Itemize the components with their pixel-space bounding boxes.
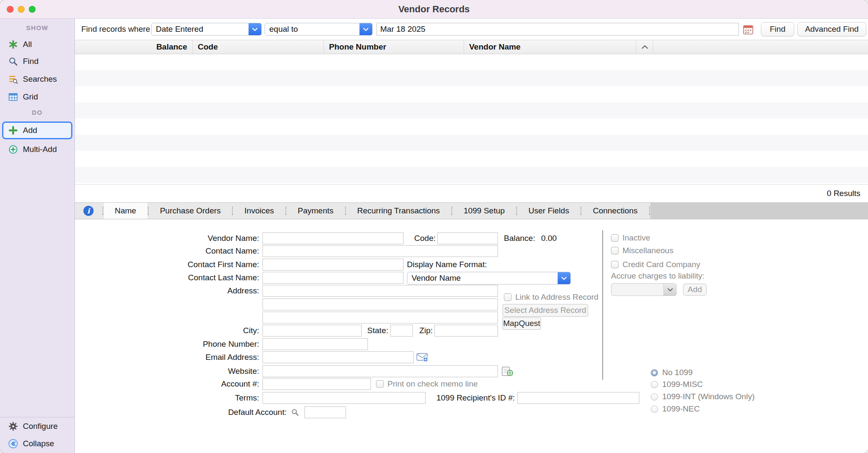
sidebar-item-all[interactable]: All xyxy=(2,36,72,52)
sort-ascending-icon[interactable] xyxy=(636,40,653,54)
tab-bar: i Name Purchase Orders Invoices Payments… xyxy=(75,202,868,219)
open-website-button[interactable] xyxy=(501,365,514,377)
radio-1099-misc-row: 1099-MISC xyxy=(651,380,703,389)
credit-card-company-checkbox[interactable] xyxy=(611,261,619,268)
account-number-input[interactable] xyxy=(263,378,371,390)
radio-1099-misc[interactable] xyxy=(651,381,658,388)
tab-label: 1099 Setup xyxy=(464,206,505,215)
calendar-icon xyxy=(743,24,754,35)
find-value-input[interactable] xyxy=(376,23,739,36)
find-field-select[interactable]: Date Entered xyxy=(151,23,262,36)
tab-separator xyxy=(649,207,650,215)
vendor-name-input[interactable] xyxy=(263,232,404,244)
sidebar-item-label: Find xyxy=(23,57,39,66)
city-input[interactable] xyxy=(263,325,362,337)
find-operator-select[interactable]: equal to xyxy=(265,23,373,36)
print-on-check-memo-label: Print on check memo line xyxy=(387,379,478,389)
results-table-header: Balance Code Phone Number Vendor Name xyxy=(75,40,868,54)
inactive-checkbox[interactable] xyxy=(611,234,619,242)
inactive-label: Inactive xyxy=(622,233,650,243)
tab-payments[interactable]: Payments xyxy=(287,203,344,219)
sidebar-item-label: All xyxy=(23,40,32,49)
results-row: 0 Results xyxy=(75,185,868,202)
select-address-record-button[interactable]: Select Address Record xyxy=(503,304,588,317)
credit-card-company-label: Credit Card Company xyxy=(622,260,700,269)
mapquest-button[interactable]: MapQuest xyxy=(502,317,541,330)
tab-bar-filler xyxy=(650,203,868,219)
date-picker-button[interactable] xyxy=(742,24,754,36)
chevron-down-icon xyxy=(249,23,261,35)
radio-1099-misc-label: 1099-MISC xyxy=(662,380,703,389)
tab-label: Purchase Orders xyxy=(160,206,221,215)
collapse-button[interactable]: Collapse xyxy=(2,436,72,452)
sidebar-item-label: Collapse xyxy=(23,439,54,448)
address-line-3-input[interactable] xyxy=(263,312,498,323)
account-number-label: Account #: xyxy=(132,378,259,390)
code-input[interactable] xyxy=(437,232,498,244)
sidebar: SHOW All Find Searches Grid DO xyxy=(0,19,75,453)
sidebar-item-grid[interactable]: Grid xyxy=(2,89,72,105)
terms-input[interactable] xyxy=(263,392,426,404)
tab-label: Recurring Transactions xyxy=(357,206,440,215)
advanced-find-button[interactable]: Advanced Find xyxy=(797,22,866,36)
find-bar: Find records where Date Entered equal to… xyxy=(75,19,868,40)
tab-name[interactable]: Name xyxy=(104,203,147,219)
sidebar-item-label: Grid xyxy=(23,92,38,102)
zip-label: Zip: xyxy=(407,325,433,337)
recipient-id-label: 1099 Recipient's ID #: xyxy=(426,392,515,404)
find-button[interactable]: Find xyxy=(761,22,794,36)
address-line-2-input[interactable] xyxy=(263,298,498,310)
configure-button[interactable]: Configure xyxy=(2,418,72,434)
link-to-address-checkbox[interactable] xyxy=(504,293,511,301)
address-label: Address: xyxy=(132,285,259,297)
grid-icon xyxy=(8,92,18,102)
default-account-input[interactable] xyxy=(304,406,346,418)
contact-name-input[interactable] xyxy=(263,245,498,257)
tab-connections[interactable]: Connections xyxy=(582,203,649,219)
column-header-code[interactable]: Code xyxy=(193,40,324,54)
vendor-name-label: Vendor Name: xyxy=(132,232,259,244)
sidebar-item-find[interactable]: Find xyxy=(2,53,72,69)
radio-no-1099[interactable] xyxy=(651,369,658,376)
tab-recurring-transactions[interactable]: Recurring Transactions xyxy=(346,203,451,219)
recipient-id-input[interactable] xyxy=(517,392,639,404)
tab-invoices[interactable]: Invoices xyxy=(233,203,285,219)
email-icon xyxy=(416,352,428,362)
email-address-input[interactable] xyxy=(263,351,414,363)
radio-1099-int[interactable] xyxy=(651,393,658,401)
sidebar-item-searches[interactable]: Searches xyxy=(2,71,72,87)
tab-purchase-orders[interactable]: Purchase Orders xyxy=(149,203,232,219)
sidebar-item-add[interactable]: Add xyxy=(2,122,72,139)
tab-label: Invoices xyxy=(244,206,274,215)
accrue-liability-select[interactable] xyxy=(611,283,677,296)
info-tab[interactable]: i xyxy=(75,203,102,219)
account-lookup-button[interactable] xyxy=(290,407,301,417)
column-header-phone-number[interactable]: Phone Number xyxy=(324,40,464,54)
zip-input[interactable] xyxy=(434,325,498,337)
address-line-1-input[interactable] xyxy=(263,285,498,297)
print-on-check-memo-checkbox[interactable] xyxy=(376,380,384,388)
website-input[interactable] xyxy=(263,365,498,377)
sidebar-item-multi-add[interactable]: Multi-Add xyxy=(2,141,72,157)
radio-1099-nec[interactable] xyxy=(651,406,658,413)
miscellaneous-checkbox[interactable] xyxy=(611,247,619,254)
tab-separator xyxy=(516,207,517,215)
accrue-add-button[interactable]: Add xyxy=(683,284,707,296)
column-header-balance[interactable]: Balance xyxy=(75,40,193,54)
globe-icon xyxy=(501,366,513,376)
sidebar-item-label: Configure xyxy=(23,422,58,431)
display-name-format-select[interactable]: Vendor Name xyxy=(407,272,571,285)
accrue-liability-value xyxy=(611,284,663,296)
inactive-row: Inactive xyxy=(611,233,650,243)
accrue-add-label: Add xyxy=(688,285,702,294)
column-header-vendor-name[interactable]: Vendor Name xyxy=(464,40,636,54)
phone-number-input[interactable] xyxy=(263,338,368,350)
tab-user-fields[interactable]: User Fields xyxy=(517,203,580,219)
default-account-label: Default Account: xyxy=(160,406,287,418)
sidebar-item-label: Multi-Add xyxy=(23,145,57,154)
contact-last-name-input[interactable] xyxy=(263,272,404,284)
tab-1099-setup[interactable]: 1099 Setup xyxy=(453,203,516,219)
email-template-button[interactable] xyxy=(416,351,428,363)
accrue-liability-label: Accrue charges to liability: xyxy=(611,270,746,282)
contact-first-name-input[interactable] xyxy=(263,259,404,271)
